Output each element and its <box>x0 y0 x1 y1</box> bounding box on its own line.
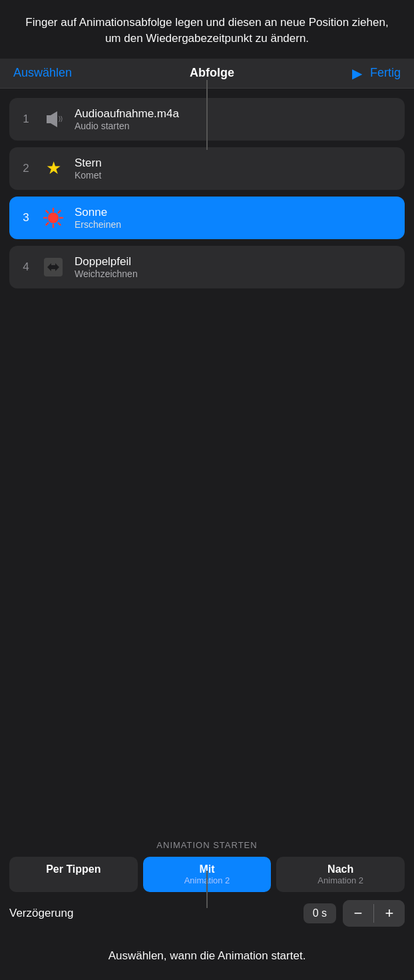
item-number: 3 <box>20 211 32 225</box>
vertical-line-bottom <box>206 871 208 908</box>
item-title: Sonne <box>75 206 121 219</box>
option-title: Per Tippen <box>15 863 132 875</box>
svg-line-9 <box>59 223 61 225</box>
svg-line-10 <box>59 211 61 213</box>
option-subtitle: Animation 2 <box>282 875 399 885</box>
tooltip-bottom: Auswählen, wann die Animation startet. <box>0 936 414 980</box>
double-arrow-icon <box>41 255 65 279</box>
item-subtitle: Komet <box>75 170 102 181</box>
item-subtitle: Audio starten <box>75 121 179 131</box>
item-title: Stern <box>75 157 102 170</box>
nach-option[interactable]: Nach Animation 2 <box>276 857 405 892</box>
empty-space <box>0 288 414 608</box>
section-label: ANIMATION STARTEN <box>0 831 414 857</box>
svg-line-8 <box>47 211 49 213</box>
list-item[interactable]: 2 ★ Stern Komet <box>9 147 405 190</box>
item-subtitle: Erscheinen <box>75 219 121 230</box>
item-title: Audioaufnahme.m4a <box>75 107 179 121</box>
item-title: Doppelpfeil <box>75 255 138 268</box>
tooltip-bottom-text: Auswählen, wann die Animation startet. <box>108 949 306 962</box>
svg-text:)): )) <box>59 115 63 122</box>
item-text: Audioaufnahme.m4a Audio starten <box>75 107 179 131</box>
stepper-minus-button[interactable]: − <box>343 900 373 927</box>
svg-point-3 <box>48 213 59 223</box>
item-text: Sonne Erscheinen <box>75 206 121 230</box>
navbar-right: ▶ Fertig <box>352 65 401 81</box>
navbar-title: Abfolge <box>190 66 234 80</box>
option-title: Nach <box>282 863 399 875</box>
item-subtitle: Weichzeichnen <box>75 268 138 279</box>
bottom-panel: ANIMATION STARTEN Per Tippen Mit Animati… <box>0 831 414 980</box>
svg-marker-0 <box>47 115 51 123</box>
star-icon: ★ <box>41 157 65 181</box>
svg-line-11 <box>47 223 49 225</box>
done-button[interactable]: Fertig <box>370 66 401 80</box>
delay-label: Verzögerung <box>9 907 304 920</box>
delay-value: 0 s <box>304 903 336 923</box>
sun-icon <box>41 206 65 230</box>
item-number: 4 <box>20 260 32 274</box>
item-number: 2 <box>20 162 32 175</box>
vertical-line-top <box>206 80 208 150</box>
item-text: Stern Komet <box>75 157 102 181</box>
per-tippen-option[interactable]: Per Tippen <box>9 857 138 892</box>
item-number: 1 <box>20 113 32 126</box>
tooltip-top: Finger auf Animationsabfolge legen und d… <box>0 0 414 59</box>
select-button[interactable]: Auswählen <box>13 66 72 80</box>
list-item-selected[interactable]: 3 Sonne Erscheinen <box>9 197 405 239</box>
list-item[interactable]: 4 Doppelpfeil Weichzeichnen <box>9 246 405 288</box>
play-button[interactable]: ▶ <box>352 65 362 81</box>
stepper-plus-button[interactable]: + <box>374 900 405 927</box>
svg-marker-1 <box>51 111 57 127</box>
stepper: − + <box>343 900 405 927</box>
tooltip-top-text: Finger auf Animationsabfolge legen und d… <box>25 16 388 45</box>
audio-icon: )) <box>41 107 65 131</box>
item-text: Doppelpfeil Weichzeichnen <box>75 255 138 279</box>
